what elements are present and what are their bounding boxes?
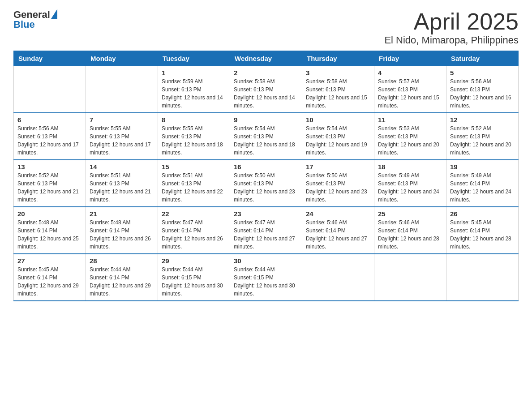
calendar-cell: 10Sunrise: 5:54 AMSunset: 6:13 PMDayligh… bbox=[302, 113, 374, 160]
calendar-header: SundayMondayTuesdayWednesdayThursdayFrid… bbox=[14, 51, 519, 66]
calendar-cell: 9Sunrise: 5:54 AMSunset: 6:13 PMDaylight… bbox=[230, 113, 302, 160]
calendar-cell: 19Sunrise: 5:49 AMSunset: 6:14 PMDayligh… bbox=[446, 160, 519, 207]
logo: General Blue bbox=[13, 9, 57, 30]
calendar-week-row: 13Sunrise: 5:52 AMSunset: 6:13 PMDayligh… bbox=[14, 160, 519, 207]
calendar-cell: 3Sunrise: 5:58 AMSunset: 6:13 PMDaylight… bbox=[302, 66, 374, 113]
day-number: 19 bbox=[450, 163, 515, 171]
calendar-week-row: 27Sunrise: 5:45 AMSunset: 6:14 PMDayligh… bbox=[14, 254, 519, 301]
calendar-cell: 17Sunrise: 5:50 AMSunset: 6:13 PMDayligh… bbox=[302, 160, 374, 207]
calendar-cell bbox=[302, 254, 374, 301]
calendar-cell: 28Sunrise: 5:44 AMSunset: 6:14 PMDayligh… bbox=[86, 254, 158, 301]
weekday-header-thursday: Thursday bbox=[302, 51, 374, 66]
day-info: Sunrise: 5:47 AMSunset: 6:14 PMDaylight:… bbox=[234, 218, 298, 251]
day-info: Sunrise: 5:44 AMSunset: 6:14 PMDaylight:… bbox=[90, 265, 154, 298]
day-number: 28 bbox=[90, 257, 154, 265]
day-number: 11 bbox=[378, 116, 442, 124]
calendar-cell: 2Sunrise: 5:58 AMSunset: 6:13 PMDaylight… bbox=[230, 66, 302, 113]
day-number: 20 bbox=[17, 210, 82, 218]
calendar-cell: 4Sunrise: 5:57 AMSunset: 6:13 PMDaylight… bbox=[374, 66, 446, 113]
calendar-cell: 13Sunrise: 5:52 AMSunset: 6:13 PMDayligh… bbox=[14, 160, 86, 207]
day-number: 29 bbox=[162, 257, 226, 265]
calendar-cell: 30Sunrise: 5:44 AMSunset: 6:15 PMDayligh… bbox=[230, 254, 302, 301]
page-subtitle: El Nido, Mimaropa, Philippines bbox=[384, 34, 519, 46]
calendar-cell: 26Sunrise: 5:45 AMSunset: 6:14 PMDayligh… bbox=[446, 207, 519, 254]
calendar-cell: 18Sunrise: 5:49 AMSunset: 6:13 PMDayligh… bbox=[374, 160, 446, 207]
day-info: Sunrise: 5:56 AMSunset: 6:13 PMDaylight:… bbox=[450, 77, 515, 110]
day-info: Sunrise: 5:57 AMSunset: 6:13 PMDaylight:… bbox=[378, 77, 442, 110]
day-info: Sunrise: 5:44 AMSunset: 6:15 PMDaylight:… bbox=[234, 265, 298, 298]
day-info: Sunrise: 5:46 AMSunset: 6:14 PMDaylight:… bbox=[378, 218, 442, 251]
day-info: Sunrise: 5:49 AMSunset: 6:14 PMDaylight:… bbox=[450, 171, 515, 204]
day-number: 15 bbox=[162, 163, 226, 171]
day-info: Sunrise: 5:52 AMSunset: 6:13 PMDaylight:… bbox=[17, 171, 82, 204]
day-number: 18 bbox=[378, 163, 442, 171]
calendar-cell: 16Sunrise: 5:50 AMSunset: 6:13 PMDayligh… bbox=[230, 160, 302, 207]
title-block: April 2025 El Nido, Mimaropa, Philippine… bbox=[384, 9, 519, 46]
day-number: 22 bbox=[162, 210, 226, 218]
calendar-cell: 14Sunrise: 5:51 AMSunset: 6:13 PMDayligh… bbox=[86, 160, 158, 207]
day-info: Sunrise: 5:59 AMSunset: 6:13 PMDaylight:… bbox=[162, 77, 226, 110]
day-info: Sunrise: 5:48 AMSunset: 6:14 PMDaylight:… bbox=[90, 218, 154, 251]
weekday-header-sunday: Sunday bbox=[14, 51, 86, 66]
day-number: 1 bbox=[162, 69, 226, 77]
calendar-cell bbox=[446, 254, 519, 301]
day-number: 12 bbox=[450, 116, 515, 124]
day-number: 14 bbox=[90, 163, 154, 171]
day-info: Sunrise: 5:47 AMSunset: 6:14 PMDaylight:… bbox=[162, 218, 226, 251]
weekday-header-wednesday: Wednesday bbox=[230, 51, 302, 66]
calendar-cell: 6Sunrise: 5:56 AMSunset: 6:13 PMDaylight… bbox=[14, 113, 86, 160]
day-info: Sunrise: 5:51 AMSunset: 6:13 PMDaylight:… bbox=[90, 171, 154, 204]
calendar-table: SundayMondayTuesdayWednesdayThursdayFrid… bbox=[13, 51, 519, 301]
day-info: Sunrise: 5:55 AMSunset: 6:13 PMDaylight:… bbox=[90, 124, 154, 157]
calendar-cell: 27Sunrise: 5:45 AMSunset: 6:14 PMDayligh… bbox=[14, 254, 86, 301]
day-info: Sunrise: 5:58 AMSunset: 6:13 PMDaylight:… bbox=[234, 77, 298, 110]
calendar-cell bbox=[374, 254, 446, 301]
day-number: 4 bbox=[378, 69, 442, 77]
logo-triangle-icon bbox=[51, 9, 57, 19]
day-number: 6 bbox=[17, 116, 82, 124]
day-number: 17 bbox=[306, 163, 370, 171]
day-number: 7 bbox=[90, 116, 154, 124]
day-info: Sunrise: 5:52 AMSunset: 6:13 PMDaylight:… bbox=[450, 124, 515, 157]
day-info: Sunrise: 5:45 AMSunset: 6:14 PMDaylight:… bbox=[17, 265, 82, 298]
day-number: 21 bbox=[90, 210, 154, 218]
day-number: 24 bbox=[306, 210, 370, 218]
weekday-header-saturday: Saturday bbox=[446, 51, 519, 66]
day-info: Sunrise: 5:51 AMSunset: 6:13 PMDaylight:… bbox=[162, 171, 226, 204]
day-info: Sunrise: 5:56 AMSunset: 6:13 PMDaylight:… bbox=[17, 124, 82, 157]
day-number: 25 bbox=[378, 210, 442, 218]
day-number: 13 bbox=[17, 163, 82, 171]
day-info: Sunrise: 5:49 AMSunset: 6:13 PMDaylight:… bbox=[378, 171, 442, 204]
day-number: 2 bbox=[234, 69, 298, 77]
calendar-cell: 15Sunrise: 5:51 AMSunset: 6:13 PMDayligh… bbox=[158, 160, 230, 207]
day-info: Sunrise: 5:45 AMSunset: 6:14 PMDaylight:… bbox=[450, 218, 515, 251]
weekday-header-friday: Friday bbox=[374, 51, 446, 66]
calendar-cell: 7Sunrise: 5:55 AMSunset: 6:13 PMDaylight… bbox=[86, 113, 158, 160]
weekday-header-monday: Monday bbox=[86, 51, 158, 66]
calendar-cell: 1Sunrise: 5:59 AMSunset: 6:13 PMDaylight… bbox=[158, 66, 230, 113]
calendar-week-row: 1Sunrise: 5:59 AMSunset: 6:13 PMDaylight… bbox=[14, 66, 519, 113]
day-info: Sunrise: 5:50 AMSunset: 6:13 PMDaylight:… bbox=[234, 171, 298, 204]
calendar-cell: 24Sunrise: 5:46 AMSunset: 6:14 PMDayligh… bbox=[302, 207, 374, 254]
day-info: Sunrise: 5:48 AMSunset: 6:14 PMDaylight:… bbox=[17, 218, 82, 251]
day-info: Sunrise: 5:50 AMSunset: 6:13 PMDaylight:… bbox=[306, 171, 370, 204]
calendar-cell: 29Sunrise: 5:44 AMSunset: 6:15 PMDayligh… bbox=[158, 254, 230, 301]
day-number: 26 bbox=[450, 210, 515, 218]
weekday-header-row: SundayMondayTuesdayWednesdayThursdayFrid… bbox=[14, 51, 519, 66]
day-number: 30 bbox=[234, 257, 298, 265]
day-info: Sunrise: 5:54 AMSunset: 6:13 PMDaylight:… bbox=[306, 124, 370, 157]
day-number: 8 bbox=[162, 116, 226, 124]
calendar-cell bbox=[14, 66, 86, 113]
day-number: 23 bbox=[234, 210, 298, 218]
day-number: 27 bbox=[17, 257, 82, 265]
day-info: Sunrise: 5:55 AMSunset: 6:13 PMDaylight:… bbox=[162, 124, 226, 157]
calendar-cell bbox=[86, 66, 158, 113]
calendar-cell: 22Sunrise: 5:47 AMSunset: 6:14 PMDayligh… bbox=[158, 207, 230, 254]
calendar-cell: 5Sunrise: 5:56 AMSunset: 6:13 PMDaylight… bbox=[446, 66, 519, 113]
calendar-week-row: 6Sunrise: 5:56 AMSunset: 6:13 PMDaylight… bbox=[14, 113, 519, 160]
day-info: Sunrise: 5:58 AMSunset: 6:13 PMDaylight:… bbox=[306, 77, 370, 110]
day-number: 9 bbox=[234, 116, 298, 124]
day-info: Sunrise: 5:54 AMSunset: 6:13 PMDaylight:… bbox=[234, 124, 298, 157]
weekday-header-tuesday: Tuesday bbox=[158, 51, 230, 66]
calendar-cell: 12Sunrise: 5:52 AMSunset: 6:13 PMDayligh… bbox=[446, 113, 519, 160]
